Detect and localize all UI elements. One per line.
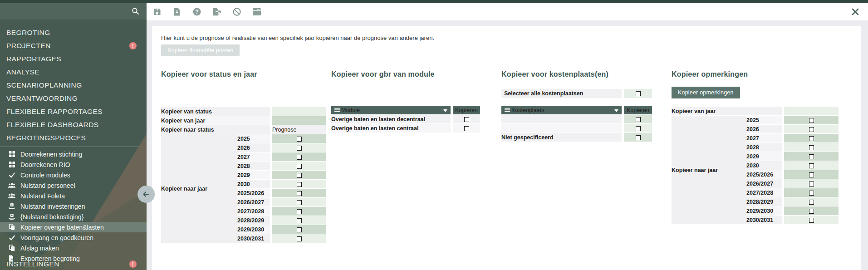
copy-checkbox[interactable] [809,136,814,141]
sidebar-item-label: Nulstand Foleta [20,192,65,200]
year-label: 2027/2028 [237,207,270,216]
copy-checkbox[interactable] [636,135,641,140]
copy-checkbox[interactable] [809,218,814,223]
copy-checkbox[interactable] [297,164,302,169]
close-icon[interactable] [852,8,859,17]
sidebar-collapse-button[interactable] [137,186,155,203]
copy-cell [272,207,326,216]
year-label: 2025 [237,134,270,143]
row-label: Kopieer naar status [161,125,270,134]
sidebar-item-label: {Nulstand bekostiging} [20,213,83,221]
year-label: 2025 [746,116,782,125]
copy-checkbox[interactable] [809,127,814,132]
caret-down-icon[interactable] [614,107,618,113]
page-content: Hier kunt u de prognose of realisatie va… [147,20,868,270]
window-icon[interactable] [252,7,262,16]
hamburger-icon [505,107,510,113]
copy-cell [784,116,839,125]
sidebar-item-analyse[interactable]: ANALYSE [0,65,147,79]
copy-checkbox[interactable] [297,182,302,187]
sidebar-item-afslag-maken[interactable]: Afslag maken [0,243,147,253]
copy-comments-button[interactable]: Kopieer opmerkingen [672,87,740,98]
select-all-checkbox[interactable] [636,91,641,96]
copy-checkbox[interactable] [297,155,302,160]
copy-checkbox[interactable] [809,182,814,187]
export-icon[interactable] [212,7,222,16]
help-icon[interactable]: ? [192,7,202,16]
section-title: Kopieer opmerkingen [672,70,839,79]
copy-checkbox[interactable] [297,209,302,214]
table-row: Kopieer van jaar [672,107,839,116]
sidebar-item-rapportages[interactable]: RAPPORTAGES [0,52,147,65]
copy-checkbox[interactable] [297,227,302,232]
sidebar-item-label: INSTELLINGEN [6,260,59,268]
sidebar-item-controle-modules[interactable]: Controle modules [0,170,147,180]
download-icon[interactable] [172,7,182,16]
row-value: Prognose [272,125,326,134]
copy-checkbox[interactable] [464,117,469,122]
sidebar-search-bar[interactable] [0,3,147,20]
column-header[interactable]: Kostenplaats [501,106,622,115]
target-year-label: Kopieer naar jaar [672,116,746,225]
copy-checkbox[interactable] [809,145,814,150]
sidebar-item-nulstand-investeringen[interactable]: Nulstand investeringen [0,201,147,211]
copy-checkbox[interactable] [297,218,302,223]
column-header[interactable]: Module [331,106,451,115]
block-icon[interactable] [232,7,242,16]
sidebar-item-verantwoording[interactable]: VERANTWOORDING [0,92,147,105]
sidebar-item-doorrekenen-stichting[interactable]: Doorrekenen stichting [0,149,147,159]
sidebar-item-nulstand-bekostiging[interactable]: {Nulstand bekostiging} [0,211,147,222]
copy-checkbox[interactable] [297,173,302,178]
top-strip [0,0,868,3]
copy-cell [784,134,839,143]
copy-checkbox[interactable] [809,172,814,177]
search-icon[interactable] [132,7,139,15]
sidebar-item-begroting[interactable]: BEGROTING [0,26,147,39]
sidebar-main-items: BEGROTINGPROJECTEN!RAPPORTAGESANALYSESCE… [0,26,147,144]
copy-checkbox[interactable] [809,200,814,205]
copy-checkbox[interactable] [809,191,814,196]
copy-checkbox[interactable] [809,154,814,159]
year-label: 2028 [746,143,782,152]
copy-checkbox[interactable] [636,117,641,122]
copy-checkbox[interactable] [297,236,302,241]
sidebar-item-voortgang-en-goedkeuren[interactable]: Voortgang en goedkeuren [0,232,147,243]
sidebar-item-flexibele-dashboards[interactable]: FLEXIBELE DASHBOARDS [0,118,147,131]
copy-checkbox[interactable] [297,191,302,196]
copy-financial-posts-button[interactable]: Kopieer financiële posten [161,44,240,56]
copy-checkbox[interactable] [809,118,814,123]
column-header-label: Module [341,107,360,113]
copy-cell [624,133,652,142]
sidebar-item-instellingen[interactable]: INSTELLINGEN ! [0,258,147,270]
copy-cell [784,197,839,206]
sidebar-item-projecten[interactable]: PROJECTEN! [0,39,147,52]
sidebar-item-flexibele-rapportages[interactable]: FLEXIBELE RAPPORTAGES [0,105,147,118]
sidebar-item-label: Doorrekenen stichting [20,151,82,158]
copy-checkbox[interactable] [464,126,469,131]
copy-checkbox[interactable] [809,209,814,214]
section-title: Kopieer voor gbr van module [331,70,480,79]
year-row: Kopieer naar jaar2025 [161,134,326,143]
year-label: 2029/2030 [237,225,270,234]
copy-checkbox[interactable] [809,163,814,168]
sidebar-item-nulstand-foleta[interactable]: Nulstand Foleta [0,191,147,201]
row-value [272,116,326,125]
hamburger-icon [334,107,340,113]
sidebar-item-label: BEGROTING [6,29,50,36]
hand-save-icon [8,203,16,210]
year-label: 2027 [237,152,270,162]
check-icon [8,235,16,241]
sidebar-item-scenarioplanning[interactable]: SCENARIOPLANNING [0,79,147,92]
sidebar-item-begrotingsproces[interactable]: BEGROTINGSPROCES [0,131,147,144]
caret-down-icon[interactable] [443,107,447,113]
sidebar-item-nulstand-personeel[interactable]: Nulstand personeel [0,180,147,191]
copy-checkbox[interactable] [297,146,302,151]
sidebar-item-doorrekenen-rio[interactable]: Doorrekenen RIO [0,159,147,170]
save-icon[interactable] [152,7,162,16]
copy-cell [272,134,326,143]
year-label: 2029 [237,171,270,180]
sidebar-item-kopieer-overige-baten-lasten[interactable]: Kopieer overige baten&lasten [0,222,147,232]
copy-checkbox[interactable] [297,137,302,142]
copy-checkbox[interactable] [297,200,302,205]
copy-checkbox[interactable] [636,126,641,131]
